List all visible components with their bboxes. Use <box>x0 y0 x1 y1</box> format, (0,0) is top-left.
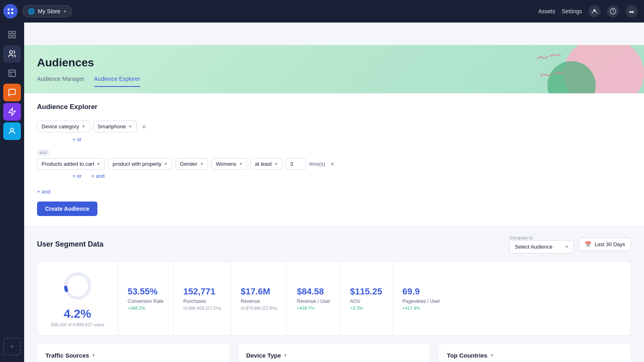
filter1-close-icon[interactable]: ✕ <box>140 123 148 131</box>
compare-chevron-icon: ▼ <box>565 245 569 249</box>
calendar-icon: 📅 <box>585 241 591 247</box>
filter2-operator-dropdown[interactable]: at least ▼ <box>250 158 283 170</box>
filter2-close-icon[interactable]: ✕ <box>328 160 336 168</box>
create-audience-button[interactable]: Create Audience <box>37 202 97 216</box>
traffic-sources-title: Traffic Sources ▼ <box>45 352 221 359</box>
help-icon[interactable]: ? <box>607 5 619 17</box>
filter2-property-value-text: Womens <box>216 161 236 167</box>
svg-rect-10 <box>13 35 15 38</box>
filter2-property-key-chevron: ▼ <box>200 162 204 166</box>
tab-audience-explorer[interactable]: Audience Explorer <box>94 76 140 87</box>
filter2-label-dropdown[interactable]: Products added to cart ▼ <box>37 158 105 170</box>
nav-settings[interactable]: Settings <box>561 8 582 14</box>
top-countries-title: Top Countries ▼ <box>447 352 623 359</box>
bottom-cards-row: Traffic Sources ▼ Device Type ▼ Top Coun… <box>37 343 631 362</box>
donut-cell: 4.2% 208,166 of 4,899,627 users <box>37 262 118 335</box>
sidebar-add-button[interactable]: + <box>3 338 21 356</box>
filter2-count-input[interactable]: 3 <box>286 158 306 170</box>
svg-marker-13 <box>9 108 16 115</box>
svg-point-0 <box>8 8 10 10</box>
stat-change-revenue: of $76.8M (22.9%) <box>241 306 277 311</box>
filter-row-2: Products added to cart ▼ product with pr… <box>37 158 631 179</box>
filter2-property-key-text: Gender <box>180 161 197 167</box>
topbar-logo <box>3 4 18 19</box>
date-range-text: Last 30 Days <box>594 241 625 247</box>
donut-sub: 208,166 of 4,899,627 users <box>51 322 105 327</box>
sidebar-item-automation[interactable] <box>3 103 21 121</box>
sidebar-item-campaigns[interactable] <box>3 64 21 82</box>
sidebar-item-dashboard[interactable] <box>3 26 21 43</box>
stat-revenue: $17.6M Revenue of $76.8M (22.9%) <box>231 262 287 335</box>
crown-icon[interactable] <box>625 5 638 17</box>
tab-audience-manager[interactable]: Audience Manager <box>37 76 85 87</box>
stat-name-conversion: Conversion Rate <box>128 298 163 304</box>
hero-tabs: Audience Manager Audience Explorer <box>37 76 631 87</box>
filter2-add-or[interactable]: + or <box>72 173 82 179</box>
stat-name-rev-user: Revenue / User <box>297 298 330 304</box>
filter2-bottom-row: + or + and <box>72 173 631 179</box>
hero-section: 〜〜〜〜 Audiences Audience Manager Audience… <box>24 45 644 93</box>
filter-connector-row: and <box>37 149 631 156</box>
nav-assets[interactable]: Assets <box>538 8 555 14</box>
sidebar-item-audiences[interactable] <box>3 45 21 63</box>
filter2-type-chevron: ▼ <box>164 162 168 166</box>
add-and-row: + and <box>37 185 631 195</box>
topbar-right: Assets Settings ? <box>538 5 638 17</box>
segment-header: User Segment Data Compare to Select Audi… <box>37 235 631 253</box>
stat-purchases: 152,771 Purchases of 688,403 (22.2%) <box>173 262 231 335</box>
top-countries-chevron[interactable]: ▼ <box>490 353 494 358</box>
filter2-type-dropdown[interactable]: product with property ▼ <box>108 158 172 170</box>
stat-change-conversion: +348.2% <box>128 306 163 311</box>
stat-value-purchases: 152,771 <box>183 286 221 297</box>
store-selector[interactable]: 🌐 My Store ▼ <box>23 5 72 17</box>
svg-rect-8 <box>13 31 15 34</box>
filter2-property-value-chevron: ▼ <box>239 162 243 166</box>
stat-change-aov: +3.3% <box>350 306 383 311</box>
user-icon[interactable] <box>588 5 601 17</box>
stat-change-rev-user: +439.7% <box>297 306 330 311</box>
filter-row-1: Device category ▼ Smartphone ▼ ✕ + or <box>37 121 631 143</box>
sidebar-item-messages[interactable] <box>3 84 21 101</box>
compare-control: Compare to Select Audience ▼ <box>510 235 574 253</box>
filter1-or-row: + or <box>72 136 631 143</box>
main-content: 〜〜〜〜 Audiences Audience Manager Audience… <box>24 45 644 362</box>
add-and-button[interactable]: + and <box>37 189 50 195</box>
stat-pageviews: 69.9 Pageviews / User +417.4% <box>393 262 450 335</box>
device-type-chevron[interactable]: ▼ <box>283 353 287 358</box>
stat-change-pageviews: +417.4% <box>402 306 440 311</box>
date-range-button[interactable]: 📅 Last 30 Days <box>579 238 631 251</box>
top-countries-card: Top Countries ▼ <box>438 343 631 362</box>
filter2-count-value: 3 <box>290 161 293 167</box>
store-name: My Store <box>38 8 60 14</box>
filter1-value-dropdown[interactable]: Smartphone ▼ <box>93 121 137 132</box>
stat-conversion-rate: 53.55% Conversion Rate +348.2% <box>118 262 173 335</box>
stat-change-purchases: of 688,403 (22.2%) <box>183 306 221 311</box>
sidebar-item-personalize[interactable] <box>3 122 21 140</box>
segment-section: User Segment Data Compare to Select Audi… <box>24 226 644 362</box>
stat-name-aov: AOV <box>350 298 383 304</box>
filter1-value-chevron: ▼ <box>128 124 132 129</box>
filter2-add-and[interactable]: + and <box>91 173 105 179</box>
svg-text:?: ? <box>612 9 615 14</box>
stat-value-pageviews: 69.9 <box>402 286 440 297</box>
explorer-title: Audience Explorer <box>37 103 631 111</box>
audience-explorer-section: Audience Explorer Device category ▼ Smar… <box>24 93 644 226</box>
compare-label: Compare to <box>510 235 574 240</box>
stat-name-pageviews: Pageviews / User <box>402 298 440 304</box>
filter2-property-key-dropdown[interactable]: Gender ▼ <box>175 158 208 170</box>
svg-point-2 <box>8 12 10 14</box>
filter2-property-value-dropdown[interactable]: Womens ▼ <box>211 158 247 170</box>
filter1-add-or[interactable]: + or <box>72 136 82 142</box>
stat-aov: $115.25 AOV +3.3% <box>341 262 393 335</box>
traffic-sources-card: Traffic Sources ▼ <box>37 343 230 362</box>
filter-row-1-main: Device category ▼ Smartphone ▼ ✕ <box>37 121 631 132</box>
globe-icon: 🌐 <box>28 8 35 14</box>
svg-rect-7 <box>9 31 11 34</box>
filter1-label-text: Device category <box>41 123 79 130</box>
compare-select-dropdown[interactable]: Select Audience ▼ <box>510 240 574 253</box>
stat-value-revenue: $17.6M <box>241 286 277 297</box>
filter1-label-dropdown[interactable]: Device category ▼ <box>37 121 90 132</box>
traffic-sources-chevron[interactable]: ▼ <box>91 353 95 358</box>
plus-icon: + <box>10 343 14 351</box>
stats-card: 4.2% 208,166 of 4,899,627 users 53.55% C… <box>37 261 631 335</box>
